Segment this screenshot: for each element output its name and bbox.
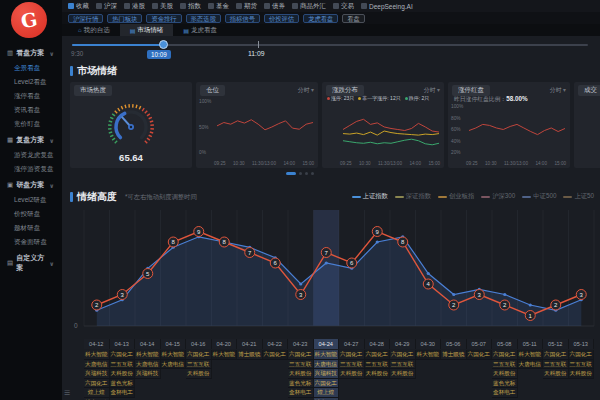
stock-cell[interactable]: 天科股份 [288, 369, 314, 379]
sentiment-height-chart[interactable]: 235898763769842321230 [70, 206, 600, 338]
stock-cell[interactable]: 六国化工 [186, 350, 212, 360]
legend-item[interactable]: 非一字涨停: 12只 [358, 95, 400, 101]
legend-item[interactable]: 涨停: 23只 [327, 95, 354, 101]
card-title-chip[interactable]: 市场热度 [74, 85, 112, 96]
sidebar-item[interactable]: 涨停游资复盘 [0, 162, 62, 176]
date-cell[interactable]: 04-24 [314, 339, 340, 349]
menubar-item[interactable]: 基金 [208, 2, 229, 11]
stock-cell[interactable]: 六国化工 [314, 379, 340, 389]
sidebar-section-header[interactable]: ▦复盘方案∨ [0, 131, 62, 148]
date-cell[interactable]: 04-23 [288, 339, 314, 349]
stock-cell[interactable]: 六国化工 [467, 350, 493, 360]
date-cell[interactable]: 05-06 [441, 339, 467, 349]
date-cell[interactable]: 04-28 [365, 339, 391, 349]
toolbar-button[interactable]: 看盘 [342, 14, 365, 23]
toolbar-button[interactable]: 形态选股 [186, 14, 221, 23]
date-cell[interactable]: 05-08 [492, 339, 518, 349]
toolbar-button[interactable]: 沪深行情 [68, 14, 103, 23]
stock-cell[interactable]: 大唐电信 [135, 360, 161, 370]
menubar-item[interactable]: 美股 [152, 2, 173, 11]
stock-cell[interactable]: 金杯电工 [288, 388, 314, 398]
menubar-item[interactable]: 交易 [333, 2, 354, 11]
stock-cell[interactable]: 三五互联 [390, 360, 416, 370]
stock-cell[interactable]: 科大智能 [212, 350, 238, 360]
stock-cell[interactable]: 三五互联 [365, 360, 391, 370]
stock-cell[interactable]: 兴瑞科技 [135, 369, 161, 379]
date-cell[interactable]: 04-16 [186, 339, 212, 349]
stock-cell[interactable]: 大唐电信 [314, 360, 340, 370]
stock-cell[interactable]: 天科股份 [339, 369, 365, 379]
date-cell[interactable]: 04-30 [416, 339, 442, 349]
card-title-chip[interactable]: 仓位 [200, 85, 225, 96]
stock-cell[interactable]: 兴瑞科技 [84, 369, 110, 379]
workspace-tab[interactable]: ⌂我的自选 [68, 24, 120, 36]
sidebar-section-header[interactable]: ▤自定义方案∨ [0, 249, 62, 276]
menubar-item[interactable]: 债券 [264, 2, 285, 11]
sidebar-item[interactable]: 竞价盯盘 [0, 117, 62, 131]
stock-cell[interactable]: 三五互联 [492, 360, 518, 370]
menubar-item[interactable]: 期货 [236, 2, 257, 11]
card-dropdown[interactable]: 分时 ▾ [424, 86, 440, 95]
sidebar-item[interactable]: 资金面研盘 [0, 235, 62, 249]
stock-cell[interactable]: 三五互联 [186, 360, 212, 370]
date-cell[interactable]: 04-29 [390, 339, 416, 349]
menubar-item[interactable]: 港股 [124, 2, 145, 11]
stock-cell[interactable]: 科大智能 [416, 350, 442, 360]
stock-cell[interactable]: 天科股份 [186, 369, 212, 379]
date-cell[interactable]: 04-20 [212, 339, 238, 349]
stock-cell[interactable]: 六国化工 [263, 350, 289, 360]
stock-cell[interactable]: 科大智能 [161, 350, 187, 360]
stock-cell[interactable]: 六国化工 [339, 350, 365, 360]
menu-icon[interactable]: ☰ [64, 389, 70, 397]
date-cell[interactable]: 04-15 [161, 339, 187, 349]
index-legend-item[interactable]: 深证指数 [395, 192, 431, 201]
index-legend-item[interactable]: 上证50 [563, 192, 594, 201]
menubar-item[interactable]: 沪深 [96, 2, 117, 11]
date-cell[interactable]: 05-11 [518, 339, 544, 349]
stock-cell[interactable]: 三五互联 [110, 360, 136, 370]
stock-cell[interactable]: 三五互联 [569, 360, 595, 370]
stock-cell[interactable]: 天科股份 [543, 369, 569, 379]
slider-handle[interactable] [159, 40, 168, 49]
sidebar-item[interactable]: 全景看盘 [0, 61, 62, 75]
workspace-tab[interactable]: ▤市场情绪 [120, 24, 174, 36]
stock-cell[interactable]: 六国化工 [390, 350, 416, 360]
stock-cell[interactable]: 天科股份 [390, 369, 416, 379]
sidebar-item[interactable]: 价投研盘 [0, 207, 62, 221]
carousel-dot[interactable] [299, 172, 302, 175]
stock-cell[interactable]: 博士眼镜 [237, 350, 263, 360]
stock-cell[interactable]: 三五互联 [339, 360, 365, 370]
stock-cell[interactable]: 六国化工 [110, 350, 136, 360]
stock-cell[interactable]: 大唐电信 [518, 360, 544, 370]
card-dropdown[interactable]: 分时 ▾ [550, 86, 566, 95]
sidebar-item[interactable]: 涨停看盘 [0, 89, 62, 103]
index-legend-item[interactable]: 上证指数 [352, 192, 388, 201]
menubar-item[interactable]: 商品外汇 [292, 2, 326, 11]
stock-cell[interactable]: 六国化工 [492, 350, 518, 360]
carousel-dot-active[interactable] [286, 172, 296, 175]
stock-cell[interactable]: 科大智能 [135, 350, 161, 360]
stock-cell[interactable]: 科大智能 [84, 350, 110, 360]
sidebar-item[interactable]: 游资龙虎复盘 [0, 148, 62, 162]
stock-cell[interactable]: 六国化工 [543, 350, 569, 360]
card-dropdown[interactable]: 分时 ▾ [298, 86, 314, 95]
sidebar-item[interactable]: Level2研盘 [0, 193, 62, 207]
stock-cell[interactable]: 科大智能 [518, 350, 544, 360]
stock-cell[interactable]: 博士眼镜 [441, 350, 467, 360]
stock-cell[interactable]: 煌上煌 [314, 388, 340, 398]
card-title-chip[interactable]: 成交 [578, 85, 600, 96]
stock-cell[interactable]: 天科股份 [492, 369, 518, 379]
sidebar-section-header[interactable]: ▥看盘方案∨ [0, 44, 62, 61]
stock-cell[interactable]: 三五互联 [288, 360, 314, 370]
stock-cell[interactable]: 天科股份 [365, 369, 391, 379]
date-cell[interactable]: 04-14 [135, 339, 161, 349]
toolbar-button[interactable]: 指标信号 [225, 14, 260, 23]
stock-cell[interactable]: 三五互联 [543, 360, 569, 370]
stock-cell[interactable]: 大唐电信 [84, 360, 110, 370]
stock-cell[interactable]: 天科股份 [569, 369, 595, 379]
legend-item[interactable]: 跌停: 2只 [405, 95, 430, 101]
sidebar-item[interactable]: Level2看盘 [0, 75, 62, 89]
date-cell[interactable]: 04-13 [110, 339, 136, 349]
stock-cell[interactable]: 兴瑞科技 [314, 369, 340, 379]
app-logo[interactable]: G [11, 2, 47, 38]
